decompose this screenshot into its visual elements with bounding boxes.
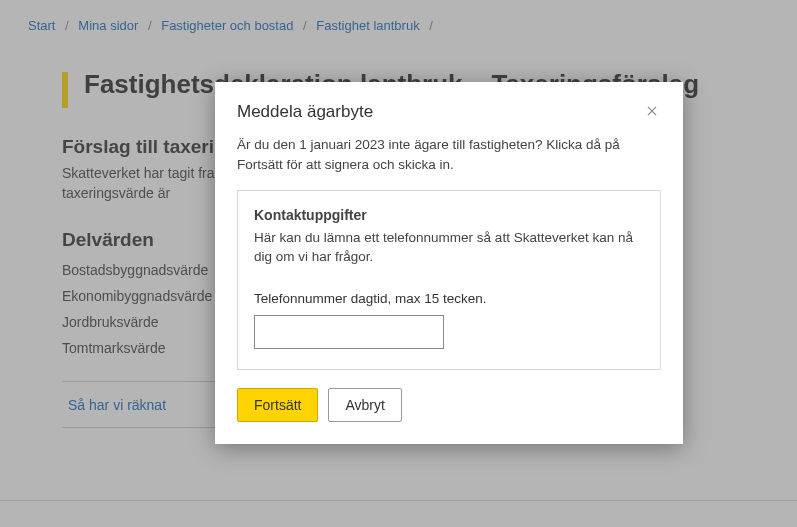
close-icon (645, 106, 659, 121)
modal-title: Meddela ägarbyte (237, 102, 373, 122)
contact-fieldset: Kontaktuppgifter Här kan du lämna ett te… (237, 190, 661, 370)
contact-heading: Kontaktuppgifter (254, 205, 644, 225)
cancel-button[interactable]: Avbryt (328, 388, 401, 422)
close-button[interactable] (643, 102, 661, 123)
phone-label: Telefonnummer dagtid, max 15 tecken. (254, 289, 644, 309)
phone-input[interactable] (254, 315, 444, 349)
ownership-change-modal: Meddela ägarbyte Är du den 1 januari 202… (215, 82, 683, 444)
continue-button[interactable]: Fortsätt (237, 388, 318, 422)
modal-intro: Är du den 1 januari 2023 inte ägare till… (237, 135, 661, 174)
contact-desc: Här kan du lämna ett telefonnummer så at… (254, 229, 644, 267)
